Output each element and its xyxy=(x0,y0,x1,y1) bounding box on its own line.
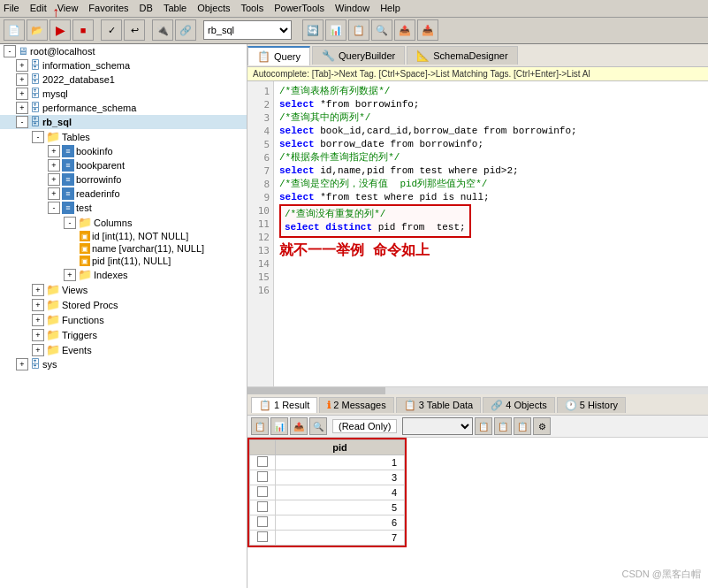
row-checkbox[interactable] xyxy=(250,515,276,531)
result-tb-6[interactable]: 📋 xyxy=(494,417,512,435)
sidebar-item-col-pid[interactable]: ▣ pid [int(11), NULL] xyxy=(0,255,247,267)
db-icon: 🗄 xyxy=(30,73,41,86)
sidebar-item-tables[interactable]: - 📁 Tables xyxy=(0,129,247,144)
table-label: bookinfo xyxy=(76,146,113,157)
menu-powertools[interactable]: PowerTools xyxy=(274,3,324,13)
refresh-button[interactable]: 🔄 xyxy=(302,19,324,41)
row-checkbox[interactable] xyxy=(250,455,276,470)
sidebar-item-events[interactable]: + 📁 Events xyxy=(0,342,247,357)
sidebar-item-bookparent[interactable]: + ≡ bookparent xyxy=(0,158,247,172)
sidebar-item-readerinfo[interactable]: + ≡ readerinfo xyxy=(0,187,247,201)
expand-root-icon[interactable]: - xyxy=(4,45,16,57)
menu-tools[interactable]: Tools xyxy=(240,3,263,13)
result-tb-7[interactable]: 📋 xyxy=(514,417,531,435)
run-button[interactable]: ▶ ↑ xyxy=(49,19,71,41)
result-tb-4[interactable]: 🔍 xyxy=(309,417,327,435)
menu-favorites[interactable]: Favorites xyxy=(88,3,128,13)
expand-icon[interactable]: + xyxy=(16,88,28,100)
sidebar-item-indexes[interactable]: + 📁 Indexes xyxy=(0,267,247,282)
query-button[interactable]: 🔍 xyxy=(371,19,392,41)
result-tb-1[interactable]: 📋 xyxy=(251,417,269,435)
expand-sys-icon[interactable]: + xyxy=(16,358,28,370)
sidebar-item-mysql[interactable]: + 🗄 mysql xyxy=(0,87,247,101)
expand-icon[interactable]: + xyxy=(48,173,60,186)
expand-columns-icon[interactable]: - xyxy=(64,217,76,229)
expand-events-icon[interactable]: + xyxy=(32,344,44,356)
sidebar-item-col-id[interactable]: ▣ id [int(11), NOT NULL] xyxy=(0,230,247,242)
connect-button[interactable]: 🔌 xyxy=(152,19,173,41)
open-button[interactable]: 📂 xyxy=(27,19,48,41)
rollback-button[interactable]: ↩ xyxy=(124,19,145,41)
sidebar-item-test[interactable]: - ≡ test xyxy=(0,201,247,215)
sidebar-item-2022db[interactable]: + 🗄 2022_database1 xyxy=(0,73,247,87)
sidebar-item-bookinfo[interactable]: + ≡ bookinfo xyxy=(0,144,247,158)
db-selector[interactable]: rb_sql xyxy=(203,20,292,40)
tab-query[interactable]: 📋 Query xyxy=(247,46,310,65)
expand-test-icon[interactable]: - xyxy=(48,202,60,214)
result-tab-4[interactable]: 🔗 4 Objects xyxy=(483,397,554,413)
menu-edit[interactable]: Edit xyxy=(30,3,47,13)
menu-window[interactable]: Window xyxy=(335,3,369,13)
result-dropdown[interactable] xyxy=(402,417,473,435)
code-line-15: select distinct pid from test; xyxy=(285,221,466,234)
schema-button[interactable]: 📊 xyxy=(325,19,346,41)
code-editor[interactable]: /*查询表格所有列数据*/ select *from borrowinfo; /… xyxy=(274,81,708,386)
result-tb-5[interactable]: 📋 xyxy=(475,417,492,435)
stop-button[interactable]: ■ xyxy=(72,19,94,41)
sidebar-item-information-schema[interactable]: + 🗄 information_schema xyxy=(0,58,247,73)
sidebar-item-triggers[interactable]: + 📁 Triggers xyxy=(0,327,247,342)
sidebar-item-performance[interactable]: + 🗄 performance_schema xyxy=(0,101,247,115)
sidebar-item-col-name[interactable]: ▣ name [varchar(11), NULL] xyxy=(0,242,247,255)
sidebar-item-functions[interactable]: + 📁 Functions xyxy=(0,312,247,327)
expand-icon[interactable]: + xyxy=(48,145,60,157)
result-tab-1[interactable]: 📋 1 Result xyxy=(251,397,317,413)
row-checkbox[interactable] xyxy=(250,500,276,515)
result-tab-5[interactable]: 🕐 5 History xyxy=(557,397,626,413)
expand-icon[interactable]: + xyxy=(16,73,28,86)
sidebar-item-sys[interactable]: + 🗄 sys xyxy=(0,357,247,371)
menu-db[interactable]: DB xyxy=(140,3,153,13)
export-button[interactable]: 📤 xyxy=(394,19,415,41)
import-button[interactable]: 📥 xyxy=(417,19,438,41)
menu-help[interactable]: Help xyxy=(380,3,400,13)
expand-views-icon[interactable]: + xyxy=(32,284,44,296)
row-checkbox[interactable] xyxy=(250,531,276,546)
row-checkbox[interactable] xyxy=(250,470,276,485)
tab-schemadesigner[interactable]: 📐 SchemaDesigner xyxy=(407,46,517,65)
sidebar-item-views[interactable]: + 📁 Views xyxy=(0,282,247,297)
result-tb-3[interactable]: 📤 xyxy=(290,417,308,435)
tab-querybuilder[interactable]: 🔧 QueryBuilder xyxy=(312,46,405,65)
sidebar-item-borrowinfo[interactable]: + ≡ borrowinfo xyxy=(0,172,247,187)
expand-rbsql-icon[interactable]: - xyxy=(16,116,28,128)
expand-icon[interactable]: + xyxy=(48,159,60,172)
result-tb-2[interactable]: 📊 xyxy=(270,417,288,435)
sidebar-item-stored-procs[interactable]: + 📁 Stored Procs xyxy=(0,297,247,312)
row-checkbox[interactable] xyxy=(250,485,276,500)
connection-icon: 🖥 xyxy=(18,45,28,57)
result-tb-8[interactable]: ⚙ xyxy=(533,417,551,435)
expand-triggers-icon[interactable]: + xyxy=(32,329,44,341)
result-tab-2-label: 2 Messages xyxy=(333,400,385,410)
menu-objects[interactable]: Objects xyxy=(197,3,230,13)
expand-icon[interactable]: + xyxy=(16,102,28,114)
table-button[interactable]: 📋 xyxy=(348,19,369,41)
sidebar-item-columns[interactable]: - 📁 Columns xyxy=(0,215,247,230)
code-area[interactable]: 1234 5678 9101112 13141516 /*查询表格所有列数据*/… xyxy=(247,81,708,386)
db-label: sys xyxy=(42,359,57,370)
expand-icon[interactable]: + xyxy=(48,187,60,200)
expand-tables-icon[interactable]: - xyxy=(32,131,44,143)
expand-procs-icon[interactable]: + xyxy=(32,299,44,311)
menu-view[interactable]: View xyxy=(57,3,79,13)
commit-button[interactable]: ✓ xyxy=(101,19,122,41)
expand-indexes-icon[interactable]: + xyxy=(64,269,76,281)
menu-file[interactable]: File xyxy=(4,3,19,13)
disconnect-button[interactable]: 🔗 xyxy=(175,19,196,41)
menu-table[interactable]: Table xyxy=(164,3,187,13)
expand-functions-icon[interactable]: + xyxy=(32,314,44,326)
result-tab-2[interactable]: ℹ 2 Messages xyxy=(319,397,393,413)
sidebar-item-rbsql[interactable]: - 🗄 rb_sql xyxy=(0,115,247,129)
sidebar-item-root[interactable]: - 🖥 root@localhost xyxy=(0,44,247,58)
expand-icon[interactable]: + xyxy=(16,59,28,72)
result-tab-3[interactable]: 📋 3 Table Data xyxy=(396,397,482,413)
new-button[interactable]: 📄 xyxy=(4,19,25,41)
